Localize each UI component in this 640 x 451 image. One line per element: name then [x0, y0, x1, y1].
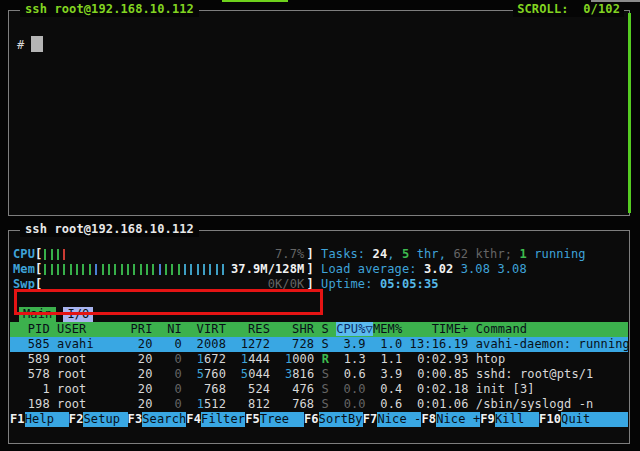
meter-bar-tick: [114, 264, 116, 275]
cpu-stats-text: 62 kthr;: [453, 247, 519, 261]
f10-quit-button[interactable]: Quit: [561, 412, 628, 427]
f5-tree-button[interactable]: Tree: [260, 412, 304, 427]
process-row-1[interactable]: 1 root 20 0 768 524 476 S 0.0 0.4 0:02.1…: [10, 382, 628, 397]
meter-bar-tick: [57, 264, 59, 275]
row-segment: [189, 397, 196, 411]
f10-key[interactable]: F10: [539, 412, 561, 427]
f7-nice--button[interactable]: Nice -: [377, 412, 421, 427]
meter-bar-tick: [70, 264, 72, 275]
meter-bar-tick: [152, 264, 154, 275]
meter-bar-tick: [184, 264, 186, 275]
f3-key[interactable]: F3: [128, 412, 143, 427]
f2-key[interactable]: F2: [69, 412, 84, 427]
row-segment: 0:01.06: [410, 397, 476, 411]
shell-prompt: #: [17, 38, 24, 52]
cpu-stats-text: Tasks:: [321, 247, 372, 261]
meter-bar-tick: [197, 264, 199, 275]
f8-nice--button[interactable]: Nice +: [436, 412, 480, 427]
process-row-198[interactable]: 198 root 20 0 1512 812 768 S 0.0 0.6 0:0…: [10, 397, 628, 412]
row-segment: 768: [189, 382, 233, 396]
scroll-status: SCROLL: 0/102: [513, 2, 624, 17]
column-header: MEM% TIME+ Command: [373, 322, 527, 336]
f3-search-button[interactable]: Search: [142, 412, 186, 427]
meter-bar-tick: [133, 264, 135, 275]
bottom-pane-title: ssh root@192.168.10.112: [20, 222, 199, 237]
row-segment: 1: [197, 352, 204, 366]
meter-bar-tick: [82, 264, 84, 275]
terminal-screen: ssh root@192.168.10.112 SCROLL: 0/102 # …: [0, 0, 640, 451]
function-key-bar: F1Help F2Setup F3SearchF4FilterF5Tree F6…: [10, 412, 628, 427]
cpu-meter-bar: 7.7%: [42, 247, 306, 262]
row-segment: 585 avahi 20 0 2008 1272 728 S 3.9 1.0 1…: [13, 337, 628, 351]
f2-setup-button[interactable]: Setup: [83, 412, 127, 427]
row-segment: 0.0: [336, 397, 373, 411]
row-segment: 0: [160, 382, 189, 396]
meter-bar-tick: [127, 264, 129, 275]
mem-stats-text: 3.08: [497, 262, 526, 276]
meter-bar-tick: [146, 264, 148, 275]
row-segment: [233, 352, 240, 366]
row-segment: 672: [204, 352, 233, 366]
meter-bar-tick: [51, 264, 53, 275]
row-segment: 816: [292, 367, 321, 381]
row-segment: 000: [292, 352, 321, 366]
f6-key[interactable]: F6: [304, 412, 319, 427]
scrollbar[interactable]: [628, 13, 631, 213]
f8-key[interactable]: F8: [421, 412, 436, 427]
row-segment: 0.4: [373, 382, 410, 396]
f4-filter-button[interactable]: Filter: [201, 412, 245, 427]
process-row-585[interactable]: 585 avahi 20 0 2008 1272 728 S 3.9 1.0 1…: [10, 337, 628, 352]
row-segment: 0.0: [336, 382, 373, 396]
process-table: 585 avahi 20 0 2008 1272 728 S 3.9 1.0 1…: [9, 337, 629, 412]
f7-key[interactable]: F7: [363, 412, 378, 427]
meter-bar-tick: [222, 264, 224, 275]
meter-bar-tick: [102, 264, 104, 275]
row-segment: [278, 367, 285, 381]
text-cursor: [31, 36, 43, 52]
mem-meter-bar: 37.9M/128M: [42, 262, 306, 277]
f6-sortby-button[interactable]: SortBy: [319, 412, 363, 427]
meter-bar-tick: [57, 249, 59, 260]
cpu-stats-text: 1: [519, 247, 526, 261]
f1-key[interactable]: F1: [10, 412, 25, 427]
f1-help-button[interactable]: Help: [25, 412, 69, 427]
cpu-stats-text: ,: [387, 247, 402, 261]
f9-key[interactable]: F9: [480, 412, 495, 427]
f5-key[interactable]: F5: [245, 412, 260, 427]
row-segment: 5: [197, 367, 204, 381]
meter-bar-tick: [209, 264, 211, 275]
process-row-578[interactable]: 578 root 20 0 5760 5044 3816 S 0.6 3.9 0…: [10, 367, 628, 382]
row-segment: init [3]: [476, 382, 535, 396]
f4-key[interactable]: F4: [186, 412, 201, 427]
row-segment: 0.6: [373, 397, 410, 411]
mem-stats-text: Load average:: [321, 262, 424, 276]
process-row-589[interactable]: 589 root 20 0 1672 1444 1000 R 1.3 1.1 0…: [10, 352, 628, 367]
cpu-stats-text: 24: [373, 247, 388, 261]
row-segment: htop: [476, 352, 505, 366]
row-segment: /sbin/syslogd -n: [476, 397, 594, 411]
meter-bar-tick: [190, 264, 192, 275]
cpu-meter-value: 7.7%: [275, 247, 304, 262]
row-segment: 1.1: [373, 352, 410, 366]
meter-bar-tick: [203, 264, 205, 275]
row-segment: S: [322, 397, 329, 411]
top-terminal-pane: ssh root@192.168.10.112 SCROLL: 0/102 #: [8, 10, 630, 216]
row-segment: 768: [277, 397, 321, 411]
f9-kill-button[interactable]: Kill: [495, 412, 539, 427]
row-segment: 198 root: [13, 397, 131, 411]
row-segment: 0.6: [336, 367, 373, 381]
meter-bar-tick: [171, 264, 173, 275]
row-segment: [233, 367, 240, 381]
meter-bar-tick: [159, 264, 161, 275]
row-segment: 044: [248, 367, 277, 381]
shell-prompt-line[interactable]: #: [9, 11, 629, 53]
meter-bar-tick: [89, 264, 91, 275]
row-segment: 812: [233, 397, 277, 411]
row-segment: 476: [277, 382, 321, 396]
meter-bar-tick: [51, 249, 53, 260]
row-segment: 589 root: [13, 352, 131, 366]
swp-stats-text: 05:05:35: [380, 277, 439, 291]
row-segment: 578 root: [13, 367, 131, 381]
meter-bar-tick: [178, 264, 180, 275]
process-table-header[interactable]: PID USER PRI NI VIRT RES SHR S CPU%▽MEM%…: [10, 322, 628, 337]
